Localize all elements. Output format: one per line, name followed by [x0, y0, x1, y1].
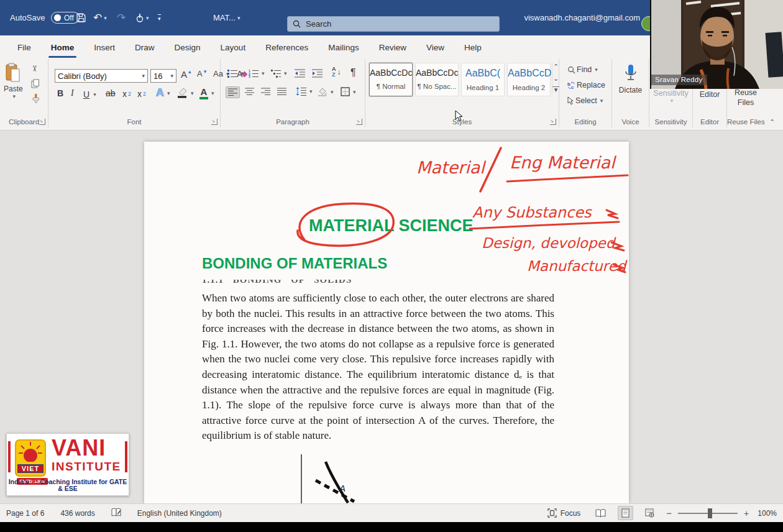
viet-emblem: VIET	[15, 439, 46, 477]
proofing-button[interactable]	[111, 508, 121, 519]
dictate-button[interactable]: Dictate	[612, 64, 649, 94]
tab-references[interactable]: References	[255, 35, 318, 59]
document-title[interactable]: MAT...▾	[213, 0, 240, 35]
annotation-any-substances: Any Substances	[472, 204, 591, 221]
zoom-slider-handle[interactable]	[708, 508, 712, 518]
tab-design[interactable]: Design	[165, 35, 211, 59]
read-mode-icon	[595, 509, 606, 518]
zoom-out-button[interactable]: −	[666, 508, 672, 518]
editor-button[interactable]: Editor	[693, 90, 726, 99]
touch-mouse-mode-button[interactable]: ▾	[135, 0, 149, 35]
word-count[interactable]: 436 words	[60, 509, 94, 518]
chevron-down-icon: ▾	[146, 15, 149, 21]
bullets-button[interactable]: ▾	[226, 68, 245, 79]
styles-scroll-up[interactable]: ⌃	[552, 63, 559, 71]
font-dialog-launcher[interactable]: ↘	[211, 119, 218, 125]
style-no-spacing[interactable]: AaBbCcDc ¶ No Spac...	[415, 63, 459, 96]
cut-button[interactable]: ✂	[31, 64, 38, 73]
justify-button[interactable]	[275, 86, 288, 97]
show-formatting-button[interactable]: ¶	[349, 66, 358, 80]
paste-button[interactable]: Paste ▾	[4, 63, 23, 99]
align-center-icon	[245, 88, 254, 96]
tab-review[interactable]: Review	[369, 35, 416, 59]
redo-button[interactable]: ↷	[117, 0, 126, 35]
increase-indent-button[interactable]	[310, 68, 324, 79]
grow-font-button[interactable]: A▴	[179, 68, 193, 81]
font-color-button[interactable]: A ▾	[198, 85, 216, 101]
select-arrow-icon	[567, 96, 574, 105]
zoom-slider[interactable]	[678, 513, 738, 514]
tab-view[interactable]: View	[416, 35, 454, 59]
select-button[interactable]: Select▾	[566, 95, 605, 106]
clipboard-dialog-launcher[interactable]: ↘	[39, 119, 45, 125]
tab-layout[interactable]: Layout	[211, 35, 256, 59]
underline-button[interactable]: U▾	[81, 88, 98, 101]
replace-button[interactable]: bc Replace	[566, 80, 607, 91]
undo-button[interactable]: ↶▾	[93, 0, 107, 35]
style-heading-1[interactable]: AaBbC( Heading 1	[461, 63, 505, 96]
print-layout-button[interactable]	[618, 506, 633, 520]
tab-insert[interactable]: Insert	[84, 35, 125, 59]
tab-home[interactable]: Home	[41, 35, 85, 59]
customize-quick-access-button[interactable]: ▾	[158, 0, 161, 35]
align-right-button[interactable]	[259, 86, 272, 97]
tab-help[interactable]: Help	[454, 35, 492, 59]
save-button[interactable]	[76, 0, 86, 35]
italic-button[interactable]: I	[68, 88, 76, 99]
web-layout-button[interactable]	[642, 507, 657, 520]
align-left-icon	[228, 88, 237, 96]
bold-button[interactable]: B	[55, 88, 66, 99]
subscript-button[interactable]: x2	[121, 88, 133, 100]
voice-group: Dictate Voice	[612, 59, 649, 127]
page-indicator[interactable]: Page 1 of 6	[6, 509, 44, 518]
read-mode-button[interactable]	[592, 507, 609, 520]
search-input[interactable]: Search	[287, 16, 500, 32]
text-effects-button[interactable]: A▾	[154, 85, 172, 101]
styles-scroll-down[interactable]: ⌄	[552, 75, 559, 83]
tab-mailings[interactable]: Mailings	[318, 35, 369, 59]
numbering-button[interactable]: 123▾	[247, 68, 267, 79]
font-name-select[interactable]: Calibri (Body)▾	[55, 69, 148, 83]
sort-button[interactable]: AZ↓	[330, 65, 343, 79]
style-normal[interactable]: AaBbCcDc ¶ Normal	[369, 63, 413, 96]
styles-dialog-launcher[interactable]: ↘	[550, 119, 556, 125]
copy-button[interactable]	[31, 79, 40, 90]
language-indicator[interactable]: English (United Kingdom)	[137, 509, 222, 518]
align-left-button[interactable]	[226, 86, 240, 98]
format-painter-button[interactable]	[31, 93, 40, 105]
zoom-level[interactable]: 100%	[758, 509, 777, 518]
font-size-select[interactable]: 16▾	[150, 69, 176, 83]
chevron-down-icon: ▾	[104, 15, 107, 21]
bullets-icon	[227, 69, 237, 78]
reuse-files-button[interactable]: Reuse Files	[727, 88, 764, 108]
text-highlight-button[interactable]: ▾	[175, 86, 196, 99]
decrease-indent-button[interactable]	[293, 68, 307, 79]
autosave-state: Off	[64, 14, 74, 22]
line-spacing-icon	[296, 87, 306, 96]
doc-heading: MATERIAL SCIENCE	[309, 216, 474, 236]
line-spacing-button[interactable]: ▾	[294, 86, 314, 97]
collapse-ribbon-button[interactable]: ⌃	[769, 118, 775, 126]
tab-draw[interactable]: Draw	[125, 35, 165, 59]
logo-left-bar	[8, 441, 11, 472]
borders-button[interactable]: ▾	[339, 86, 358, 98]
participant-name: Sravan Reddy	[651, 75, 707, 85]
web-layout-icon	[645, 508, 654, 518]
superscript-button[interactable]: x2	[135, 88, 148, 100]
styles-more-button[interactable]: ▾	[552, 86, 559, 93]
shading-button[interactable]: ▾	[315, 86, 336, 98]
tab-file[interactable]: File	[7, 35, 41, 59]
zoom-in-button[interactable]: +	[744, 508, 749, 518]
sensitivity-button[interactable]: Sensitivity ▾	[649, 89, 692, 104]
document-page[interactable]: Material Eng Material MATERIAL SCIENCE B…	[144, 142, 629, 503]
style-heading-2[interactable]: AaBbCcD Heading 2	[507, 63, 551, 96]
paragraph-dialog-launcher[interactable]: ↘	[356, 119, 362, 125]
align-center-button[interactable]	[243, 86, 256, 97]
shrink-font-button[interactable]: A▾	[195, 68, 208, 80]
autosave-toggle[interactable]: Off	[51, 0, 80, 35]
multilevel-list-button[interactable]: ▾	[269, 68, 289, 79]
account-email[interactable]: viswanadh.chaganti@gmail.com	[526, 0, 640, 35]
find-button[interactable]: Find▾	[566, 64, 600, 75]
focus-button[interactable]: Focus	[544, 507, 584, 520]
strikethrough-button[interactable]: ab	[103, 88, 118, 99]
